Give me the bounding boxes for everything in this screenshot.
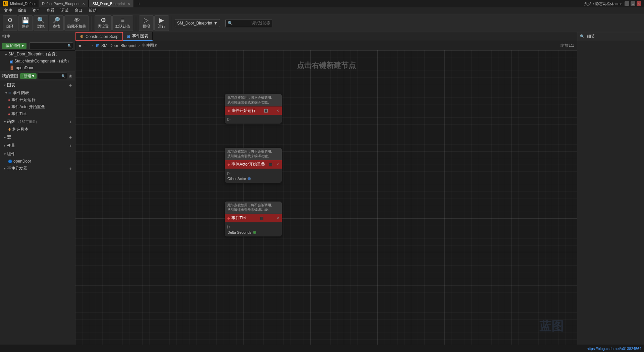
add-component-button[interactable]: +添加组件▼: [2, 43, 26, 49]
functions-add-button[interactable]: +: [68, 119, 73, 125]
class-settings-icon: ⚙: [101, 17, 106, 23]
class-settings-label: 类设置: [98, 24, 109, 29]
run-button[interactable]: ▶ 运行: [154, 15, 169, 31]
tab-construction-script[interactable]: ⚙ Construction Scrip: [75, 32, 123, 41]
back-arrow-icon[interactable]: ←: [84, 43, 88, 48]
graph-section-label[interactable]: ▾ 图表: [2, 82, 17, 89]
bookmark-icon[interactable]: ★: [78, 43, 82, 48]
tree-item-self-icon: ▸: [5, 52, 7, 56]
tree-sub-begin-play[interactable]: ◆ 事件开始运行: [0, 96, 75, 103]
tree-sub-construct[interactable]: ⚙ 构造脚本: [0, 126, 75, 133]
tree-sub-tick[interactable]: ◆ 事件Tick: [0, 111, 75, 118]
menu-view[interactable]: 查看: [44, 7, 57, 14]
node-overlap-close[interactable]: ✕: [276, 163, 279, 166]
hide-button[interactable]: 👁 隐藏不相关: [64, 15, 89, 31]
node-begin-play-close[interactable]: ✕: [276, 109, 279, 113]
view-options-button[interactable]: ◉: [68, 73, 73, 79]
canvas-watermark: 蓝图: [539, 318, 564, 335]
maximize-btn[interactable]: □: [631, 1, 635, 6]
tree-item-self[interactable]: ▸ SM_Door_Blueprint（自身）: [0, 51, 75, 58]
my-blueprints-title: 我的蓝图: [2, 73, 18, 79]
menu-window[interactable]: 窗口: [72, 7, 85, 14]
toolbar-group-class: ⚙ 类设置 ≡ 默认认值: [95, 15, 133, 31]
tab-event-graph[interactable]: ⊞ 事件图表: [123, 32, 153, 41]
menu-edit[interactable]: 编辑: [15, 7, 29, 14]
menu-asset[interactable]: 资产: [30, 7, 43, 14]
status-link[interactable]: https://blog.csdn.net/u013824564: [587, 347, 641, 351]
graph-section-header: ▾ 图表 +: [0, 81, 75, 89]
tab-defaultpawn-close[interactable]: ✕: [82, 2, 85, 6]
menu-bar: 文件 编辑 资产 查看 调试 窗口 帮助: [0, 7, 644, 14]
hide-label: 隐藏不相关: [67, 24, 86, 29]
minimize-btn[interactable]: _: [625, 1, 629, 6]
debug-search[interactable]: 🔍 调试过滤器: [225, 19, 272, 27]
simulate-button[interactable]: ▷ 模拟: [139, 15, 154, 31]
simulate-label: 模拟: [143, 24, 150, 29]
tree-sub-overlap[interactable]: ◆ 事件Actor开始重叠: [0, 103, 75, 111]
node-tick-exec-pin: ▷: [227, 224, 279, 229]
my-bp-search[interactable]: 🔍: [38, 73, 67, 79]
search-magnifier-icon: 🔍: [228, 21, 233, 26]
bp-component-opendoor[interactable]: 🔵 openDoor: [0, 158, 75, 164]
tree-item-opendoor[interactable]: 🚪 openDoor: [0, 65, 75, 71]
tree-item-staticmesh[interactable]: ▣ StaticMeshComponent（继承）: [0, 58, 75, 65]
compile-icon: ⚙: [7, 17, 13, 23]
right-panel: 🔍 细节: [577, 32, 644, 345]
components-search-input[interactable]: [31, 44, 67, 48]
event-dispatcher-add-button[interactable]: +: [68, 166, 73, 171]
components-search[interactable]: 🔍: [29, 42, 73, 49]
main-area: 相件 +添加组件▼ 🔍 ▸ SM_Door_Blueprint（自身） ▣ St…: [0, 32, 644, 345]
blueprint-canvas[interactable]: 点击右键新建节点 此节点被禁用，将不会被调用。从引脚连出引线来编译功能。 ◆ 事…: [75, 50, 577, 345]
breadcrumb: ★ ← → ⊞ SM_Door_Blueprint › 事件图表 缩放1:1: [75, 41, 577, 50]
menu-debug[interactable]: 调试: [58, 7, 71, 14]
graph-add-button[interactable]: +: [68, 83, 73, 88]
node-tick-close[interactable]: ✕: [276, 216, 279, 220]
graph-section-title: 图表: [7, 82, 15, 88]
title-bar-left: U Minimal_Default DefaultPawn_Blueprint …: [3, 0, 144, 7]
close-btn[interactable]: ✕: [637, 1, 641, 6]
parent-class-label: 父类：静态网格体actor: [584, 1, 622, 6]
tab-new[interactable]: +: [135, 0, 144, 7]
debug-search-input[interactable]: [234, 21, 250, 25]
variables-section-header: ▸ 变量 +: [0, 141, 75, 150]
macros-section-label[interactable]: ▸ 宏: [2, 134, 13, 141]
breadcrumb-graph-name: 事件图表: [142, 43, 158, 48]
event-dispatcher-section-label[interactable]: ▸ 事件分发器: [2, 165, 29, 172]
functions-section-label[interactable]: ▾ 函数 （189可覆盖）: [2, 118, 41, 125]
event-graph-section[interactable]: ▾ ⊞ 事件图表: [0, 89, 75, 96]
forward-arrow-icon[interactable]: →: [90, 43, 94, 48]
bp-components-collapse-icon: ▾: [4, 152, 6, 156]
new-blueprint-button[interactable]: +新增▼: [20, 73, 37, 79]
browse-button[interactable]: 🔍 浏览: [34, 15, 48, 31]
tick-pin-dot: [253, 231, 256, 234]
class-defaults-icon: ≡: [121, 17, 125, 23]
node-begin-play-checkbox[interactable]: [264, 109, 268, 113]
class-defaults-button[interactable]: ≡ 默认认值: [112, 15, 133, 31]
menu-help[interactable]: 帮助: [86, 7, 99, 14]
node-tick[interactable]: 此节点被禁用，将不会被调用。从引脚连出引线来编译功能。 ◆ 事件Tick ✕ ▷…: [225, 202, 282, 236]
tab-defaultpawn[interactable]: DefaultPawn_Blueprint ✕: [39, 0, 89, 7]
bp-tabs: ⚙ Construction Scrip ⊞ 事件图表: [75, 32, 577, 41]
begin-play-diamond-icon: ◆: [8, 98, 10, 101]
node-overlap-diamond-icon: ◆: [227, 163, 230, 166]
tab-smdoor[interactable]: SM_Door_Blueprint ✕: [89, 0, 134, 7]
find-button[interactable]: 🔎 查找: [49, 15, 64, 31]
tab-smdoor-close[interactable]: ✕: [127, 2, 130, 6]
save-button[interactable]: 💾 保存: [18, 15, 33, 31]
macros-add-button[interactable]: +: [68, 135, 73, 140]
menu-file[interactable]: 文件: [1, 7, 15, 14]
components-header: 相件: [0, 32, 75, 41]
variables-section-label[interactable]: ▸ 变量: [2, 142, 17, 149]
bp-components-section-label[interactable]: ▾ 组件: [2, 150, 17, 158]
node-overlap[interactable]: 此节点被禁用，将不会被调用。从引脚连出引线来编译功能。 ◆ 事件Actor开始重…: [225, 148, 282, 183]
toolbar-group-simulate: ▷ 模拟 ▶ 运行: [139, 15, 169, 31]
node-begin-play[interactable]: 此节点被禁用，将不会被调用。从引脚连出引线来编译功能。 ◆ 事件开始运行 ✕ ▷: [225, 94, 282, 124]
status-bar: https://blog.csdn.net/u013824564: [0, 345, 644, 352]
variables-add-button[interactable]: +: [68, 143, 73, 148]
my-bp-search-input[interactable]: [40, 74, 61, 78]
compile-button[interactable]: ⚙ 编译: [3, 15, 17, 31]
class-settings-button[interactable]: ⚙ 类设置: [95, 15, 112, 31]
debug-dropdown[interactable]: SM_Door_Blueprint ▼: [175, 19, 220, 27]
node-tick-checkbox[interactable]: [260, 217, 263, 220]
node-overlap-checkbox[interactable]: [269, 163, 272, 166]
